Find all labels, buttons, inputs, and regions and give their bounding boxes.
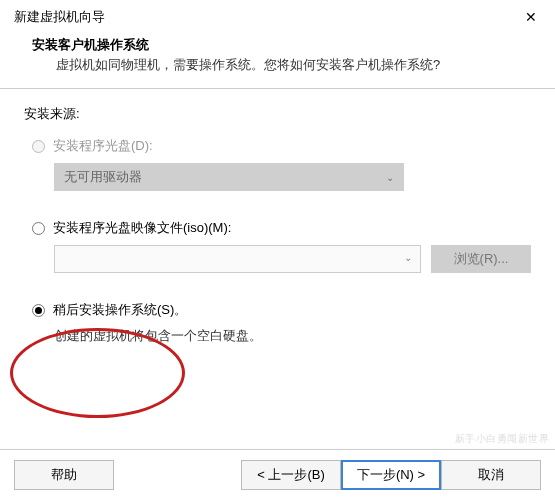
install-later-note: 创建的虚拟机将包含一个空白硬盘。 (54, 327, 531, 345)
chevron-down-icon: ⌄ (386, 172, 394, 183)
cancel-button[interactable]: 取消 (441, 460, 541, 490)
chevron-down-icon[interactable]: ⌄ (404, 252, 412, 263)
window-title: 新建虚拟机向导 (14, 8, 105, 26)
install-source-label: 安装来源: (24, 105, 531, 123)
radio-installer-disc (32, 140, 45, 153)
radio-installer-disc-label: 安装程序光盘(D): (53, 137, 153, 155)
drive-select-text: 无可用驱动器 (64, 168, 142, 186)
radio-install-later[interactable] (32, 304, 45, 317)
back-button[interactable]: < 上一步(B) (241, 460, 341, 490)
radio-iso-file-label: 安装程序光盘映像文件(iso)(M): (53, 219, 231, 237)
close-icon[interactable]: ✕ (521, 9, 541, 25)
wizard-subheading: 虚拟机如同物理机，需要操作系统。您将如何安装客户机操作系统? (32, 56, 531, 74)
help-button[interactable]: 帮助 (14, 460, 114, 490)
radio-iso-file[interactable] (32, 222, 45, 235)
next-button[interactable]: 下一步(N) > (341, 460, 441, 490)
wizard-heading: 安装客户机操作系统 (32, 36, 531, 54)
watermark-text: 新手小白勇闯新世界 (455, 432, 550, 446)
drive-select: 无可用驱动器 ⌄ (54, 163, 404, 191)
iso-path-input[interactable]: ⌄ (54, 245, 421, 273)
radio-install-later-label: 稍后安装操作系统(S)。 (53, 301, 187, 319)
browse-button: 浏览(R)... (431, 245, 531, 273)
